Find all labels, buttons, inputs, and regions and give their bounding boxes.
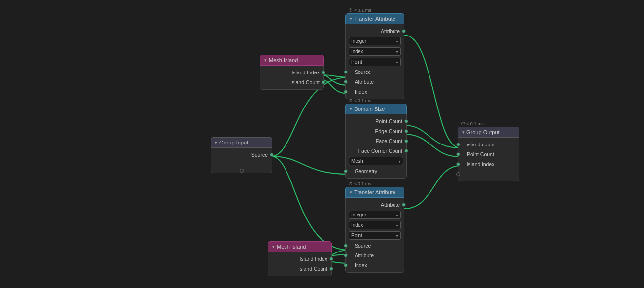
group-output-title: Group Output — [466, 129, 500, 135]
index-dropdown-row-2: Index — [346, 220, 404, 230]
attribute-socket-in-2 — [344, 253, 348, 257]
clock-icon-2: ⏱ — [348, 181, 353, 186]
island-index-out-socket-2 — [329, 257, 333, 261]
chevron-icon-2: ▾ — [350, 190, 352, 195]
mesh-island-body-2: Island Index Island Count — [268, 252, 332, 276]
transfer-attr-body-1: Attribute Integer Index Point — [345, 24, 404, 99]
group-input-title: Group Input — [219, 140, 248, 145]
point-dropdown-2[interactable]: Point — [349, 231, 401, 240]
timing-text-domain: < 0.1 ms — [354, 98, 371, 103]
index-input-row-2: Index — [346, 260, 404, 270]
group-input-body: Source — [211, 148, 272, 173]
index-socket-in-2 — [344, 263, 348, 267]
point-dropdown-row-2: Point — [346, 230, 404, 241]
island-count-out-socket-2 — [329, 267, 333, 271]
attribute-socket-out — [402, 29, 406, 33]
integer-dropdown-row-1: Integer — [346, 36, 404, 46]
index-socket-in-1 — [344, 90, 348, 94]
node-title-2: Transfer Attribute — [354, 189, 395, 195]
index-dropdown-row-1: Index — [346, 46, 404, 57]
domain-size-body: Point Count Edge Count Face Count Face C… — [345, 114, 407, 179]
group-output-header: ▾ Group Output — [458, 127, 519, 138]
point-dropdown-1[interactable]: Point — [349, 58, 401, 66]
mesh-island-node-1: ▾ Mesh Island Island Index Island Count — [260, 55, 324, 90]
source-input-row-2: Source — [346, 241, 404, 251]
face-count-row: Face Count — [346, 136, 406, 146]
source-socket-in-1 — [344, 70, 348, 74]
mesh-island-title-1: Mesh Island — [269, 57, 298, 63]
attribute-input-row-2: Attribute — [346, 251, 404, 260]
transfer-attr-body-2: Attribute Integer Index Point — [345, 198, 404, 273]
island-index-out-row-1: Island Index — [260, 68, 323, 77]
mesh-island-body-1: Island Index Island Count — [260, 66, 324, 90]
mesh-dropdown[interactable]: Mesh — [349, 157, 403, 165]
source-socket-in-2 — [344, 244, 348, 248]
clock-icon-output: ⏱ — [461, 121, 465, 126]
timing-text-2: < 0.1 ms — [354, 181, 371, 186]
edge-count-row: Edge Count — [346, 126, 406, 136]
chevron-group-input: ▾ — [215, 140, 217, 145]
point-count-socket — [404, 119, 408, 123]
source-input-row-1: Source — [346, 67, 404, 77]
group-input-node: ▾ Group Input Source — [211, 137, 272, 173]
index-dropdown-2[interactable]: Index — [349, 221, 401, 229]
island-index-out-socket-1 — [322, 71, 325, 74]
timing-text-1: < 0.1 ms — [354, 8, 371, 13]
geometry-socket-in — [344, 169, 348, 173]
island-index-out-row-2: Island Index — [268, 254, 331, 264]
clock-icon-domain: ⏱ — [348, 98, 353, 103]
domain-size-header: ▾ Domain Size — [345, 104, 407, 114]
chevron-domain: ▾ — [350, 107, 352, 111]
island-index-input-row: island index — [458, 159, 519, 169]
attr-output-row: Attribute — [346, 26, 404, 36]
mesh-island-title-2: Mesh Island — [277, 244, 306, 250]
mesh-island-header-2: ▾ Mesh Island — [268, 241, 332, 252]
chevron-output: ▾ — [462, 130, 465, 135]
node-title-1: Transfer Attribute — [354, 16, 395, 22]
mesh-dropdown-row: Mesh — [346, 156, 406, 166]
face-count-socket — [404, 139, 408, 143]
empty-out-row — [211, 160, 272, 171]
timing-badge-2: ⏱ < 0.1 ms — [345, 181, 404, 187]
group-output-node: ⏱ < 0.1 ms ▾ Group Output island count P… — [458, 121, 519, 181]
transfer-attribute-node-2: ⏱ < 0.1 ms ▾ Transfer Attribute Attribut… — [345, 181, 404, 273]
integer-dropdown-1[interactable]: Integer — [349, 37, 401, 45]
geometry-input-row: Geometry — [346, 166, 406, 176]
attr-output-row-2: Attribute — [346, 200, 404, 210]
transfer-attr-header-1: ▾ Transfer Attribute — [345, 13, 404, 24]
group-output-body: island count Point Count island index — [458, 138, 519, 181]
integer-dropdown-2[interactable]: Integer — [349, 211, 401, 219]
empty-out-socket — [240, 169, 244, 173]
empty-socket — [456, 172, 460, 176]
point-dropdown-row-1: Point — [346, 57, 404, 67]
chevron-mesh-2: ▾ — [272, 244, 275, 249]
chevron-icon-1: ▾ — [350, 16, 352, 21]
attribute-input-row-1: Attribute — [346, 77, 404, 87]
face-corner-socket — [404, 149, 408, 153]
island-count-out-row-2: Island Count — [268, 264, 331, 274]
island-count-input-row: island count — [458, 140, 519, 149]
mesh-island-node-2: ▾ Mesh Island Island Index Island Count — [268, 241, 332, 276]
source-out-row: Source — [211, 150, 272, 160]
domain-title: Domain Size — [354, 106, 385, 112]
timing-badge-domain: ⏱ < 0.1 ms — [345, 98, 407, 104]
domain-size-node: ⏱ < 0.1 ms ▾ Domain Size Point Count Edg… — [345, 98, 407, 179]
island-count-socket — [456, 143, 460, 146]
attribute-socket-out-2 — [402, 203, 406, 207]
island-count-out-socket-1 — [322, 80, 325, 84]
clock-icon-1: ⏱ — [348, 8, 353, 13]
point-count-row: Point Count — [346, 116, 406, 126]
index-dropdown-1[interactable]: Index — [349, 47, 401, 56]
timing-badge-1: ⏱ < 0.1 ms — [345, 7, 404, 13]
timing-text-output: < 0.1 ms — [466, 121, 484, 126]
source-out-socket — [270, 153, 274, 157]
point-count-in-socket — [456, 152, 460, 156]
transfer-attr-header-2: ▾ Transfer Attribute — [345, 187, 404, 198]
group-input-header: ▾ Group Input — [211, 137, 272, 148]
chevron-mesh-1: ▾ — [264, 58, 267, 63]
index-input-row-1: Index — [346, 87, 404, 97]
integer-dropdown-row-2: Integer — [346, 210, 404, 220]
timing-badge-output: ⏱ < 0.1 ms — [458, 121, 519, 127]
attribute-socket-in-1 — [344, 80, 348, 84]
empty-socket-row — [458, 169, 519, 179]
